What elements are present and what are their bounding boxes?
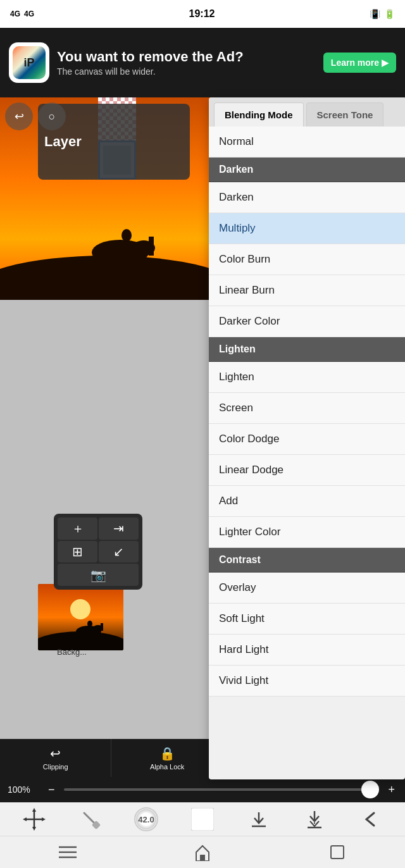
alpha-lock-icon: 🔒 <box>159 746 175 761</box>
svg-rect-41 <box>200 855 205 861</box>
status-left: 4G 4G <box>10 9 34 18</box>
blend-item-normal[interactable]: Normal <box>209 127 405 158</box>
opacity-thumb[interactable] <box>361 781 379 798</box>
blend-tabs: Blending Mode Screen Tone <box>209 97 405 127</box>
vibrate-icon: 📳 <box>370 9 380 19</box>
tool-row: 42.0 <box>0 803 405 836</box>
signal-icon2: 4G <box>24 9 34 18</box>
svg-rect-42 <box>331 846 344 859</box>
menu-button[interactable] <box>49 838 87 866</box>
color-picker-tool[interactable] <box>186 803 219 836</box>
home-button[interactable] <box>184 838 221 866</box>
camera-icon: 📷 <box>90 567 106 583</box>
blend-dropdown: Blending Mode Screen Tone NormalDarkenDa… <box>209 97 405 779</box>
blend-item-darken[interactable]: Darken <box>209 182 405 213</box>
blend-item-multiply[interactable]: Multiply <box>209 213 405 244</box>
blend-item-color-burn[interactable]: Color Burn <box>209 244 405 275</box>
tab-screen-tone[interactable]: Screen Tone <box>306 102 384 127</box>
recent-apps-button[interactable] <box>318 838 356 866</box>
back-icon: ↩ <box>15 109 24 123</box>
background-label: Backg... <box>57 647 87 657</box>
opacity-increase-button[interactable]: + <box>385 783 397 797</box>
download-button[interactable] <box>242 803 275 836</box>
blend-item-overlay[interactable]: Overlay <box>209 573 405 604</box>
blend-item-linear-dodge[interactable]: Linear Dodge <box>209 455 405 486</box>
blend-item-color-dodge[interactable]: Color Dodge <box>209 424 405 455</box>
clipping-label: Clipping <box>43 763 68 771</box>
alpha-lock-button[interactable]: 🔒 Alpha Lock <box>111 739 223 777</box>
layer-controls: ＋ ⇥ ⊞ ↙ 📷 <box>54 514 142 590</box>
ad-title: You want to remove the Ad? <box>57 49 316 65</box>
ad-logo-text: iP <box>23 56 34 70</box>
forward-icon: ○ <box>49 110 56 123</box>
recent-apps-icon <box>329 844 346 860</box>
blend-section-lighten: Lighten <box>209 337 405 362</box>
signal-icon: 4G <box>10 9 20 18</box>
add-layer2-button[interactable]: ⊞ <box>58 541 97 563</box>
back-nav-button[interactable] <box>354 803 387 836</box>
home-icon <box>194 843 211 861</box>
status-right: 📳 🔋 <box>370 9 395 19</box>
blend-item-lighten[interactable]: Lighten <box>209 362 405 393</box>
svg-marker-25 <box>32 827 36 831</box>
svg-marker-23 <box>42 817 46 821</box>
merge-icon: ↙ <box>113 544 124 559</box>
blend-item-lighter-color[interactable]: Lighter Color <box>209 517 405 548</box>
svg-rect-13 <box>84 626 88 638</box>
color-swatch[interactable]: 42.0 <box>130 803 163 836</box>
ad-banner: iP You want to remove the Ad? The canvas… <box>0 28 405 97</box>
merge-layer-button[interactable]: ↙ <box>99 541 139 563</box>
add-layer-button[interactable]: ＋ <box>58 518 97 540</box>
clipping-button[interactable]: ↩ Clipping <box>0 739 111 777</box>
canvas-area: Layer <box>0 97 212 739</box>
svg-rect-3 <box>108 243 116 268</box>
plus-icon: ＋ <box>72 520 84 537</box>
ad-text-block: You want to remove the Ad? The canvas wi… <box>57 49 316 77</box>
duplicate-layer-button[interactable]: ⇥ <box>99 518 139 540</box>
hamburger-icon <box>59 845 77 859</box>
svg-point-7 <box>122 229 132 242</box>
back-button[interactable]: ↩ <box>5 102 33 130</box>
download2-icon <box>305 810 324 829</box>
opacity-slider[interactable] <box>64 788 380 791</box>
opacity-decrease-button[interactable]: − <box>46 783 58 797</box>
blend-item-soft-light[interactable]: Soft Light <box>209 604 405 635</box>
status-bar: 4G 4G 19:12 📳 🔋 <box>0 0 405 28</box>
blend-item-add[interactable]: Add <box>209 486 405 517</box>
ad-logo: iP <box>9 42 49 83</box>
header-buttons: ↩ ○ <box>5 102 66 130</box>
camera-button[interactable]: 📷 <box>58 564 139 586</box>
ad-subtitle: The canvas will be wider. <box>57 66 316 77</box>
plus-square-icon: ⊞ <box>72 544 83 559</box>
tool-bar: 42.0 <box>0 802 405 868</box>
layer-label: Layer <box>44 133 82 150</box>
color-wheel-icon: 42.0 <box>134 807 159 832</box>
blend-list[interactable]: NormalDarkenDarkenMultiplyColor BurnLine… <box>209 127 405 779</box>
svg-marker-22 <box>23 817 27 821</box>
svg-rect-31 <box>191 808 214 831</box>
forward-button[interactable]: ○ <box>38 102 66 130</box>
transform-icon <box>23 808 46 831</box>
brush-tool[interactable] <box>74 803 107 836</box>
thumbnail-svg <box>38 584 123 650</box>
back-nav-icon <box>361 810 380 829</box>
alpha-lock-label: Alpha Lock <box>150 763 184 771</box>
time-display: 19:12 <box>189 8 215 20</box>
svg-text:42.0: 42.0 <box>139 815 154 824</box>
learn-more-button[interactable]: Learn more ▶ <box>323 53 396 73</box>
layer-thumbnail <box>38 584 123 650</box>
blend-item-linear-burn[interactable]: Linear Burn <box>209 275 405 306</box>
svg-rect-16 <box>101 623 103 631</box>
opacity-row: 100% − + <box>0 777 405 802</box>
opacity-label: 100% <box>8 784 39 795</box>
blend-item-vivid-light[interactable]: Vivid Light <box>209 666 405 697</box>
blend-section-darken: Darken <box>209 158 405 182</box>
blend-item-screen[interactable]: Screen <box>209 393 405 424</box>
tab-blending-mode[interactable]: Blending Mode <box>214 102 304 127</box>
download2-button[interactable] <box>298 803 331 836</box>
color-picker-icon <box>191 808 214 831</box>
blend-item-hard-light[interactable]: Hard Light <box>209 635 405 666</box>
ad-logo-inner: iP <box>13 46 46 79</box>
transform-tool[interactable] <box>18 803 51 836</box>
blend-item-darker-color[interactable]: Darker Color <box>209 306 405 337</box>
